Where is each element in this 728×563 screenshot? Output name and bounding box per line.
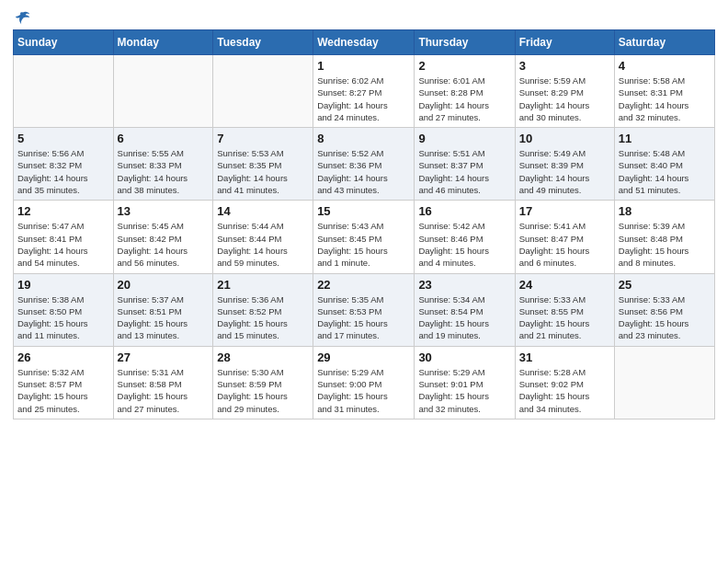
logo [13,9,31,26]
day-info: Sunrise: 5:35 AM Sunset: 8:53 PM Dayligh… [317,293,410,342]
col-header-wednesday: Wednesday [313,30,415,55]
day-number: 5 [17,132,109,145]
calendar-cell: 25Sunrise: 5:33 AM Sunset: 8:56 PM Dayli… [614,273,714,346]
calendar-cell: 14Sunrise: 5:44 AM Sunset: 8:44 PM Dayli… [213,201,313,273]
day-info: Sunrise: 5:45 AM Sunset: 8:42 PM Dayligh… [118,220,210,269]
calendar-cell: 23Sunrise: 5:34 AM Sunset: 8:54 PM Dayli… [415,273,515,346]
calendar-cell: 16Sunrise: 5:42 AM Sunset: 8:46 PM Dayli… [415,201,515,273]
calendar-cell [113,55,213,128]
day-number: 6 [118,132,210,145]
calendar-cell [14,55,114,128]
col-header-friday: Friday [515,30,614,55]
day-number: 12 [17,204,109,218]
calendar-cell: 28Sunrise: 5:30 AM Sunset: 8:59 PM Dayli… [213,346,313,419]
day-number: 22 [317,278,410,292]
calendar-cell: 17Sunrise: 5:41 AM Sunset: 8:47 PM Dayli… [515,201,614,273]
calendar-cell: 2Sunrise: 6:01 AM Sunset: 8:28 PM Daylig… [415,55,515,128]
calendar-cell: 12Sunrise: 5:47 AM Sunset: 8:41 PM Dayli… [14,201,114,273]
calendar-header-row: SundayMondayTuesdayWednesdayThursdayFrid… [14,30,715,55]
day-info: Sunrise: 5:29 AM Sunset: 9:01 PM Dayligh… [418,366,510,415]
day-info: Sunrise: 5:53 AM Sunset: 8:35 PM Dayligh… [217,147,309,196]
calendar-cell: 21Sunrise: 5:36 AM Sunset: 8:52 PM Dayli… [213,273,313,346]
day-number: 10 [519,132,610,145]
day-info: Sunrise: 5:36 AM Sunset: 8:52 PM Dayligh… [217,293,309,342]
day-info: Sunrise: 6:02 AM Sunset: 8:27 PM Dayligh… [317,75,410,123]
calendar-cell: 30Sunrise: 5:29 AM Sunset: 9:01 PM Dayli… [415,346,515,419]
day-number: 23 [418,278,510,292]
page-header [13,9,715,26]
calendar-cell: 27Sunrise: 5:31 AM Sunset: 8:58 PM Dayli… [113,346,213,419]
day-number: 21 [217,278,309,292]
calendar-cell: 8Sunrise: 5:52 AM Sunset: 8:36 PM Daylig… [313,128,415,201]
day-info: Sunrise: 5:31 AM Sunset: 8:58 PM Dayligh… [118,366,210,415]
calendar-cell: 9Sunrise: 5:51 AM Sunset: 8:37 PM Daylig… [415,128,515,201]
calendar-cell [213,55,313,128]
day-number: 18 [619,204,711,218]
day-number: 13 [118,204,210,218]
day-number: 7 [217,132,309,145]
day-info: Sunrise: 5:48 AM Sunset: 8:40 PM Dayligh… [619,147,711,196]
day-info: Sunrise: 5:42 AM Sunset: 8:46 PM Dayligh… [418,220,510,269]
day-number: 20 [118,278,210,292]
day-number: 2 [418,59,510,73]
calendar-week-row: 5Sunrise: 5:56 AM Sunset: 8:32 PM Daylig… [14,128,715,201]
calendar-cell: 5Sunrise: 5:56 AM Sunset: 8:32 PM Daylig… [14,128,114,201]
day-info: Sunrise: 5:47 AM Sunset: 8:41 PM Dayligh… [17,220,109,269]
day-info: Sunrise: 5:55 AM Sunset: 8:33 PM Dayligh… [118,147,210,196]
day-info: Sunrise: 5:30 AM Sunset: 8:59 PM Dayligh… [217,366,309,415]
col-header-sunday: Sunday [14,30,114,55]
calendar-cell: 11Sunrise: 5:48 AM Sunset: 8:40 PM Dayli… [614,128,714,201]
calendar-cell: 24Sunrise: 5:33 AM Sunset: 8:55 PM Dayli… [515,273,614,346]
calendar-cell: 1Sunrise: 6:02 AM Sunset: 8:27 PM Daylig… [313,55,415,128]
day-number: 16 [418,204,510,218]
calendar-cell: 19Sunrise: 5:38 AM Sunset: 8:50 PM Dayli… [14,273,114,346]
day-number: 27 [118,350,210,364]
day-info: Sunrise: 5:28 AM Sunset: 9:02 PM Dayligh… [519,366,610,415]
day-info: Sunrise: 5:51 AM Sunset: 8:37 PM Dayligh… [418,147,510,196]
day-number: 3 [519,59,610,73]
day-info: Sunrise: 5:44 AM Sunset: 8:44 PM Dayligh… [217,220,309,269]
day-info: Sunrise: 5:33 AM Sunset: 8:56 PM Dayligh… [619,293,711,342]
day-number: 4 [619,59,711,73]
day-number: 24 [519,278,610,292]
calendar-cell [614,346,714,419]
day-number: 25 [619,278,711,292]
col-header-thursday: Thursday [415,30,515,55]
day-number: 26 [17,350,109,364]
calendar-week-row: 1Sunrise: 6:02 AM Sunset: 8:27 PM Daylig… [14,55,715,128]
calendar-cell: 6Sunrise: 5:55 AM Sunset: 8:33 PM Daylig… [113,128,213,201]
day-number: 31 [519,350,610,364]
day-info: Sunrise: 5:34 AM Sunset: 8:54 PM Dayligh… [418,293,510,342]
calendar-cell: 26Sunrise: 5:32 AM Sunset: 8:57 PM Dayli… [14,346,114,419]
day-info: Sunrise: 5:39 AM Sunset: 8:48 PM Dayligh… [619,220,711,269]
calendar-cell: 20Sunrise: 5:37 AM Sunset: 8:51 PM Dayli… [113,273,213,346]
col-header-tuesday: Tuesday [213,30,313,55]
calendar-cell: 3Sunrise: 5:59 AM Sunset: 8:29 PM Daylig… [515,55,614,128]
day-info: Sunrise: 5:49 AM Sunset: 8:39 PM Dayligh… [519,147,610,196]
day-number: 15 [317,204,410,218]
calendar-table: SundayMondayTuesdayWednesdayThursdayFrid… [13,29,715,419]
day-number: 14 [217,204,309,218]
calendar-cell: 7Sunrise: 5:53 AM Sunset: 8:35 PM Daylig… [213,128,313,201]
day-info: Sunrise: 5:32 AM Sunset: 8:57 PM Dayligh… [17,366,109,415]
day-info: Sunrise: 6:01 AM Sunset: 8:28 PM Dayligh… [418,75,510,123]
calendar-cell: 22Sunrise: 5:35 AM Sunset: 8:53 PM Dayli… [313,273,415,346]
day-info: Sunrise: 5:43 AM Sunset: 8:45 PM Dayligh… [317,220,410,269]
calendar-week-row: 12Sunrise: 5:47 AM Sunset: 8:41 PM Dayli… [14,201,715,273]
day-number: 30 [418,350,510,364]
day-number: 17 [519,204,610,218]
day-number: 9 [418,132,510,145]
day-number: 11 [619,132,711,145]
day-info: Sunrise: 5:56 AM Sunset: 8:32 PM Dayligh… [17,147,109,196]
day-number: 29 [317,350,410,364]
day-number: 1 [317,59,410,73]
col-header-monday: Monday [113,30,213,55]
day-info: Sunrise: 5:33 AM Sunset: 8:55 PM Dayligh… [519,293,610,342]
calendar-cell: 10Sunrise: 5:49 AM Sunset: 8:39 PM Dayli… [515,128,614,201]
day-info: Sunrise: 5:41 AM Sunset: 8:47 PM Dayligh… [519,220,610,269]
calendar-cell: 13Sunrise: 5:45 AM Sunset: 8:42 PM Dayli… [113,201,213,273]
calendar-week-row: 19Sunrise: 5:38 AM Sunset: 8:50 PM Dayli… [14,273,715,346]
day-info: Sunrise: 5:58 AM Sunset: 8:31 PM Dayligh… [619,75,711,123]
day-number: 8 [317,132,410,145]
col-header-saturday: Saturday [614,30,714,55]
